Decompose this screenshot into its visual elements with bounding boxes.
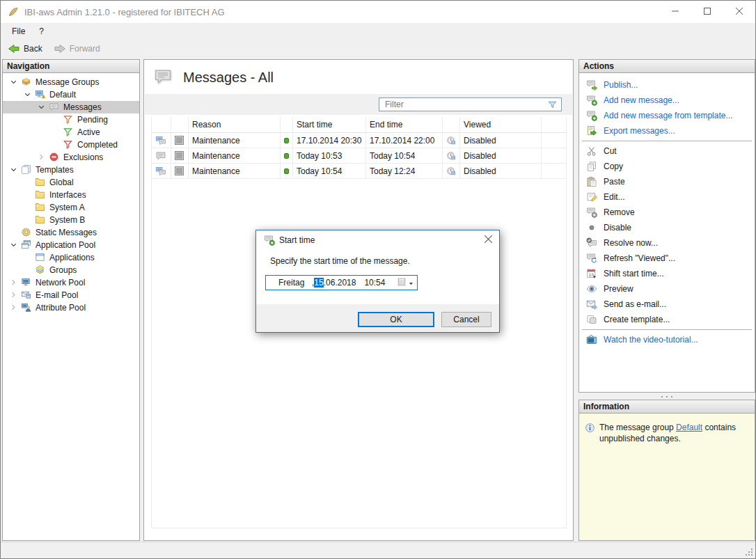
maximize-button[interactable] [691,1,723,23]
col-check[interactable] [171,117,189,133]
nav-item-attribute-pool[interactable]: Attribute Pool [3,301,139,314]
disable-dot-icon [586,222,597,233]
nav-item-system-a[interactable]: System A [3,201,139,214]
col-filler [542,117,566,133]
resize-grip[interactable] [744,547,754,557]
static-messages-icon [21,227,32,238]
nav-item-network-pool[interactable]: Network Pool [3,276,139,289]
nav-item-static-messages[interactable]: Static Messages [3,226,139,239]
action-preview[interactable]: Preview [579,281,755,297]
time-segment[interactable]: 10:54 [364,278,385,288]
table-row[interactable]: Maintenance Today 10:53 Today 10:54 Disa… [152,148,566,164]
forward-button[interactable]: Forward [49,41,104,56]
information-header: Information [579,400,755,414]
action-paste[interactable]: Paste [579,174,755,189]
message-screen-icon [152,164,171,179]
dropdown-arrow-icon[interactable] [408,279,414,285]
col-reason[interactable]: Reason [189,117,281,133]
nav-item-label: E-mail Pool [36,290,78,300]
table-row[interactable]: Maintenance 17.10.2014 20:30 17.10.2014 … [152,133,566,148]
row-checkbox[interactable] [175,136,184,145]
nav-item-groups[interactable]: Groups [3,264,139,276]
chevron-down-icon[interactable] [22,89,35,100]
nav-item-message-groups[interactable]: Message Groups [3,76,139,88]
chevron-down-icon[interactable] [36,102,49,113]
nav-item-completed[interactable]: Completed [3,139,139,151]
chevron-down-icon[interactable] [8,77,21,88]
panel-splitter[interactable] [578,393,755,400]
action-cut[interactable]: Cut [579,143,755,159]
filter-input[interactable] [379,99,547,110]
chevron-down-icon[interactable] [8,239,21,251]
col-active[interactable] [281,117,293,133]
action-copy[interactable]: Copy [579,159,755,174]
action-resolve-now[interactable]: Resolve now... [579,235,755,251]
row-checkbox[interactable] [175,166,184,175]
dialog-title: Start time [279,235,315,245]
date-day-of-month-segment[interactable]: 15 [314,278,323,288]
action-label: Watch the video-tutorial... [604,335,698,345]
back-button[interactable]: Back [3,41,47,56]
eye-icon [586,283,597,294]
datetime-picker[interactable]: Freitag , 15 .06.2018 10:54 [265,275,418,290]
nav-item-default[interactable]: Default [3,88,139,101]
col-viewed[interactable]: Viewed [460,117,542,133]
action-edit[interactable]: Edit... [579,189,755,205]
col-start-time[interactable]: Start time [293,117,366,133]
nav-item-interfaces[interactable]: Interfaces [3,189,139,201]
ok-button[interactable]: OK [358,312,434,327]
calendar-picker-icon[interactable] [397,277,407,287]
chevron-down-icon[interactable] [8,164,21,175]
action-create-template[interactable]: Create template... [579,312,755,327]
dialog-close-button[interactable] [477,230,499,250]
cancel-button[interactable]: Cancel [441,312,491,327]
nav-item-active[interactable]: Active [3,126,139,139]
chevron-right-icon[interactable] [8,302,21,313]
action-send-as-email[interactable]: Send as e-mail... [579,297,755,312]
nav-item-system-b[interactable]: System B [3,214,139,226]
menu-file[interactable]: File [5,23,32,40]
nav-item-global[interactable]: Global [3,176,139,189]
minimize-button[interactable] [659,1,691,23]
app-logo-icon [8,6,19,17]
row-checkbox[interactable] [175,151,184,160]
paste-icon [586,176,597,187]
chevron-right-icon[interactable] [36,152,49,163]
nav-item-messages[interactable]: Messages [3,101,139,113]
col-end-time[interactable]: End time [366,117,443,133]
col-type[interactable] [152,117,171,133]
active-dot-icon [284,138,289,143]
menu-help[interactable]: ? [32,23,51,40]
nav-item-email-pool[interactable]: E-mail Pool [3,289,139,301]
date-month-year-segment[interactable]: .06.2018 [324,278,356,288]
action-export-messages[interactable]: Export messages... [579,123,755,139]
nav-item-applications[interactable]: Applications [3,251,139,264]
nav-item-application-pool[interactable]: Application Pool [3,239,139,251]
action-shift-start-time[interactable]: 17 Shift start time... [579,266,755,281]
action-publish[interactable]: Publish... [579,77,755,93]
col-viewed-icon[interactable] [443,117,460,133]
publish-icon [586,79,597,90]
nav-item-templates[interactable]: Templates [3,164,139,176]
action-disable[interactable]: Disable [579,220,755,235]
date-day-segment[interactable]: Freitag [278,278,312,288]
message-screen-icon [152,133,171,148]
action-add-from-template[interactable]: Add new message from template... [579,108,755,123]
default-group-link[interactable]: Default [676,423,702,432]
action-remove[interactable]: Remove [579,205,755,220]
filter-funnel-icon[interactable] [547,100,558,110]
nav-item-pending[interactable]: Pending [3,113,139,126]
table-row[interactable]: Maintenance Today 10:54 Today 12:24 Disa… [152,164,566,179]
action-add-new-message[interactable]: Add new message... [579,93,755,108]
filter-strip [145,94,572,115]
chevron-right-icon[interactable] [8,277,21,288]
chevron-right-icon[interactable] [8,290,21,301]
forward-label: Forward [70,44,100,54]
clock-icon [443,148,460,164]
info-text-before: The message group [599,423,676,432]
close-button[interactable] [723,1,755,23]
action-refresh-viewed[interactable]: Refresh "Viewed"... [579,251,755,266]
tv-icon [586,334,597,345]
action-watch-video-tutorial[interactable]: Watch the video-tutorial... [579,332,755,347]
nav-item-exclusions[interactable]: Exclusions [3,151,139,164]
